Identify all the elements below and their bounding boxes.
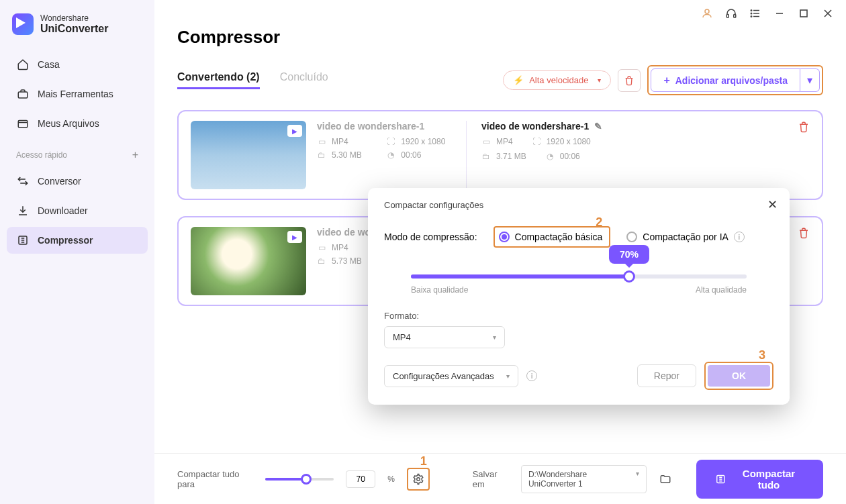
info-icon[interactable]: i bbox=[734, 232, 745, 242]
duration-icon: ◔ bbox=[386, 150, 395, 160]
open-folder-button[interactable] bbox=[659, 472, 672, 487]
settings-button[interactable] bbox=[411, 472, 426, 487]
quick-add-icon[interactable]: + bbox=[132, 149, 138, 161]
callout-2: 2 bbox=[596, 215, 602, 230]
mode-label: Modo de compressão: bbox=[384, 232, 477, 242]
sidebar-item-label: Compressor bbox=[38, 235, 93, 246]
brand-logo-icon bbox=[12, 13, 34, 35]
delete-file-button[interactable] bbox=[798, 227, 810, 239]
sidebar-item-label: Downloader bbox=[38, 205, 88, 216]
video-icon: ▭ bbox=[481, 137, 491, 146]
sidebar-item-compressor[interactable]: Compressor bbox=[7, 227, 148, 254]
brand-line1: Wondershare bbox=[40, 14, 108, 23]
save-to-label: Salvar em bbox=[473, 469, 509, 489]
quick-access-label: Acesso rápido bbox=[16, 150, 67, 160]
add-files-dropdown[interactable]: ▾ bbox=[800, 68, 820, 92]
filesize-icon: 🗀 bbox=[317, 256, 326, 266]
play-icon: ▶ bbox=[287, 125, 302, 137]
radio-basic-compression[interactable]: 2 Compactação básica bbox=[493, 226, 611, 248]
source-title: video de wondershare-1 bbox=[317, 121, 451, 132]
delete-all-button[interactable] bbox=[618, 69, 641, 92]
video-thumbnail[interactable]: ▶ bbox=[191, 227, 306, 295]
radio-ai-compression[interactable]: Compactação por IA i bbox=[626, 232, 745, 242]
tab-done[interactable]: Concluído bbox=[280, 71, 328, 89]
add-files-button[interactable]: Adicionar arquivos/pasta bbox=[651, 68, 800, 92]
dest-title: video de wondershare-1 bbox=[481, 121, 589, 132]
advanced-settings-select[interactable]: Configurações Avançadas bbox=[384, 365, 518, 387]
sidebar-item-label: Conversor bbox=[38, 176, 81, 187]
sidebar-item-label: Meus Arquivos bbox=[38, 118, 99, 129]
duration-icon: ◔ bbox=[545, 152, 555, 161]
toolbox-icon bbox=[16, 87, 30, 101]
video-thumbnail[interactable]: ▶ bbox=[191, 121, 306, 189]
sidebar-item-home[interactable]: Casa bbox=[7, 51, 148, 78]
compress-icon bbox=[715, 473, 726, 485]
file-card: ▶ video de wondershare-1 ▭MP4 ⛶1920 x 10… bbox=[177, 110, 823, 200]
info-icon[interactable]: i bbox=[526, 370, 537, 381]
compressor-icon bbox=[16, 234, 30, 247]
format-label: Formato: bbox=[384, 311, 773, 321]
resolution-icon: ⛶ bbox=[386, 137, 395, 146]
radio-off-icon bbox=[626, 232, 637, 242]
percent-label: % bbox=[387, 474, 395, 484]
tab-converting[interactable]: Convertendo (2) bbox=[177, 71, 260, 89]
home-icon bbox=[16, 58, 30, 71]
save-path-select[interactable]: D:\Wondershare UniConverter 1 bbox=[521, 465, 647, 493]
sidebar-item-label: Casa bbox=[38, 59, 60, 70]
sidebar-item-label: Mais Ferramentas bbox=[38, 89, 113, 99]
radio-on-icon bbox=[499, 232, 510, 242]
brand-line2: UniConverter bbox=[40, 23, 108, 35]
slider-value-badge: 70% bbox=[609, 245, 649, 264]
slider-handle[interactable] bbox=[301, 474, 312, 485]
callout-1: 1 bbox=[420, 454, 427, 468]
converter-icon bbox=[16, 174, 30, 188]
high-quality-label: Alta qualidade bbox=[696, 285, 747, 295]
compress-settings-popup: Compactar configurações ✕ Modo de compre… bbox=[368, 188, 790, 405]
sidebar-item-downloader[interactable]: Downloader bbox=[7, 197, 148, 224]
video-icon: ▭ bbox=[317, 243, 326, 252]
svg-rect-14 bbox=[18, 121, 28, 128]
sidebar-item-myfiles[interactable]: Meus Arquivos bbox=[7, 110, 148, 137]
compress-all-label: Compactar tudo para bbox=[177, 469, 253, 489]
brand: Wondershare UniConverter bbox=[7, 13, 148, 51]
format-select[interactable]: MP4 bbox=[384, 326, 505, 348]
high-speed-toggle[interactable]: Alta velocidade bbox=[503, 70, 611, 90]
resolution-icon: ⛶ bbox=[532, 137, 541, 146]
slider-handle[interactable] bbox=[623, 270, 635, 283]
quality-slider[interactable]: 70% bbox=[411, 274, 747, 279]
play-icon: ▶ bbox=[287, 231, 302, 243]
page-title: Compressor bbox=[177, 27, 823, 48]
filesize-icon: 🗀 bbox=[481, 152, 491, 161]
compress-all-button[interactable]: Compactar tudo bbox=[696, 460, 823, 499]
low-quality-label: Baixa qualidade bbox=[411, 285, 468, 295]
download-icon bbox=[16, 204, 30, 217]
callout-3: 3 bbox=[759, 348, 765, 362]
delete-file-button[interactable] bbox=[798, 121, 810, 133]
svg-point-16 bbox=[417, 477, 420, 481]
edit-icon[interactable]: ✎ bbox=[594, 121, 602, 132]
bottom-bar: Compactar tudo para 70 % 1 Salvar em D:\… bbox=[154, 453, 846, 504]
popup-title: Compactar configurações bbox=[384, 200, 773, 210]
reset-button[interactable]: Repor bbox=[637, 364, 696, 387]
filesize-icon: 🗀 bbox=[317, 150, 326, 160]
folder-icon bbox=[16, 117, 30, 130]
sidebar: Wondershare UniConverter Casa Mais Ferra… bbox=[0, 0, 154, 504]
popup-close-button[interactable]: ✕ bbox=[767, 197, 778, 212]
bottom-slider[interactable] bbox=[265, 478, 334, 481]
ok-button[interactable]: OK bbox=[708, 365, 770, 387]
sidebar-item-tools[interactable]: Mais Ferramentas bbox=[7, 81, 148, 107]
percent-input[interactable]: 70 bbox=[346, 470, 375, 488]
sidebar-item-converter[interactable]: Conversor bbox=[7, 168, 148, 195]
video-icon: ▭ bbox=[317, 137, 326, 146]
svg-rect-13 bbox=[18, 92, 28, 98]
divider bbox=[466, 121, 467, 189]
